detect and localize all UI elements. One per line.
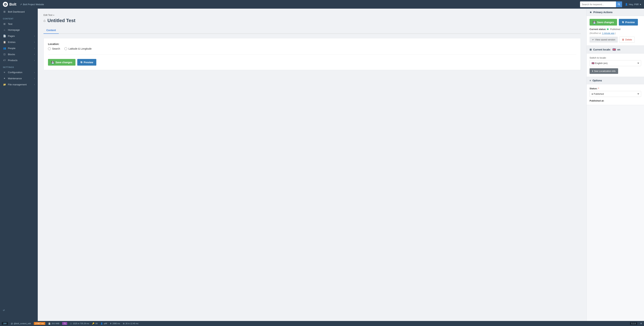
preview-icon: ⧉ — [80, 61, 82, 64]
primary-actions-body: 💾 Save changes ⧉ Preview Current status: — [587, 16, 644, 46]
radio-search-input[interactable] — [48, 47, 51, 50]
options-status-label: Status: * — [590, 87, 641, 90]
entries-icon: 📋 — [3, 40, 6, 44]
sidebar-item-entries-label: Entries — [8, 41, 16, 44]
file-management-chevron-icon: › — [34, 84, 35, 86]
delete-label: Delete — [625, 38, 632, 41]
logo[interactable]: B Bolt — [3, 2, 16, 7]
view-saved-label: View saved version — [595, 38, 615, 41]
trash-icon: 🗑 — [622, 38, 624, 41]
user-menu[interactable]: 👤 Hey, Pfiff! ▾ — [625, 3, 641, 6]
search-button[interactable] — [616, 2, 622, 7]
configuration-icon: ≡ — [3, 71, 6, 74]
panel-preview-button[interactable]: ⧉ Preview — [619, 19, 638, 26]
sidebar-item-blocks[interactable]: ⊡ Blocks › — [0, 51, 38, 57]
size-value: 28.0 MiB — [52, 322, 59, 324]
view-saved-icon: ↩ — [592, 38, 594, 41]
save-changes-button[interactable]: 💾 Save changes — [48, 59, 76, 66]
info-icon: ℹ — [592, 70, 593, 72]
topnav: B Bolt ↗ Bolt Project Website 👤 Hey, Pfi… — [0, 0, 644, 9]
panel-save-button[interactable]: 💾 Save changes — [590, 19, 617, 26]
products-chevron-icon: › — [34, 59, 35, 62]
radio-latlong-input[interactable] — [64, 47, 67, 50]
file-management-icon: 📁 — [3, 83, 6, 86]
modified-time-link[interactable]: 1 minute ago — [602, 32, 614, 34]
page-center: Edit Test » ⌂ Untitled Test Content Loca… — [38, 9, 586, 321]
statusbar-download: ⬇ 2080 ms — [110, 322, 120, 325]
status-select[interactable]: ● Published Draft Held — [590, 91, 641, 97]
homepage-icon: ⌂ — [3, 28, 6, 31]
save-label: Save changes — [56, 61, 72, 64]
site-link-text: Bolt Project Website — [23, 3, 44, 6]
modified-label: Modified at: — [590, 32, 602, 34]
close-button[interactable]: ✕ — [640, 322, 642, 325]
grid-value: 26 in 12.45 ms — [126, 322, 138, 324]
people-icon: 👥 — [3, 47, 6, 50]
page-title-icon: ⌂ — [44, 18, 46, 23]
statusbar-tokens: 🔑 58 — [92, 322, 98, 325]
user-icon: 👤 — [625, 3, 628, 6]
user-icon: 👤 — [100, 322, 103, 325]
view-saved-button[interactable]: ↩ View saved version — [590, 37, 618, 42]
preview-button[interactable]: ⧉ Preview — [77, 59, 96, 66]
sidebar-item-test[interactable]: ⊞ Test — [0, 21, 38, 27]
version-badge: 5.1.6 — [630, 322, 637, 325]
options-icon: ≡ — [590, 79, 591, 82]
sidebar-item-maintenance-label: Maintenance — [8, 77, 22, 80]
sidebar-item-file-management[interactable]: 📁 File management › — [0, 82, 38, 88]
sidebar-item-pages[interactable]: 📄 Pages › — [0, 33, 38, 39]
radio-latlong[interactable]: Latitude & Longitude — [64, 47, 92, 50]
site-link[interactable]: ↗ Bolt Project Website — [20, 3, 44, 6]
bolt-count: 71 — [62, 322, 67, 325]
localization-info-button[interactable]: ℹ See Localization info — [590, 68, 618, 74]
sidebar-item-maintenance[interactable]: ✦ Maintenance › — [0, 75, 38, 82]
sidebar-section-content: CONTENT — [0, 15, 38, 21]
sidebar-item-people[interactable]: 👥 People › — [0, 45, 38, 51]
panel-secondary-buttons: ↩ View saved version 🗑 Delete — [590, 37, 641, 42]
sidebar-item-configuration[interactable]: ≡ Configuration › — [0, 69, 38, 75]
pages-chevron-icon: › — [34, 35, 35, 37]
radio-search-label: Search — [52, 47, 60, 50]
sidebar-item-people-label: People — [8, 47, 16, 50]
statusbar-queries: ⬡ 1525 in 735.28 ms — [70, 322, 89, 325]
statusbar-size: 💾 28.0 MiB — [48, 322, 59, 325]
statusbar: 200 @ @bolt_content_edit 27067 ms 💾 28.0… — [0, 321, 644, 326]
blocks-chevron-icon: › — [34, 53, 35, 55]
sidebar-section-settings: SETTINGS — [0, 63, 38, 69]
options-select-wrapper: ● Published Draft Held — [590, 91, 641, 97]
panel-save-icon: 💾 — [593, 21, 596, 24]
sidebar-item-dashboard[interactable]: ⊞ Bolt Dashboard — [0, 9, 38, 15]
panel-preview-icon: ⧉ — [622, 21, 624, 24]
status-code: 200 — [2, 322, 8, 325]
logo-icon: B — [3, 2, 8, 7]
user-chevron-icon: ▾ — [640, 3, 641, 6]
download-icon: ⬇ — [110, 322, 112, 325]
right-panel: ★ Primary Actions 💾 Save changes ⧉ Previ… — [586, 9, 644, 321]
radio-search[interactable]: Search — [48, 47, 60, 50]
current-status-row: Current status: Published — [590, 28, 641, 30]
search-input[interactable] — [580, 3, 616, 6]
panel-save-label: Save changes — [597, 21, 614, 24]
primary-actions-title: Primary Actions — [593, 11, 612, 14]
options-section: ≡ Options Status: * ● Published Draft — [587, 77, 644, 105]
form-card: Location: Search Latitude & Longitude — [44, 38, 581, 70]
locale-icon: ⊞ — [590, 48, 592, 51]
options-title: Options — [592, 79, 602, 82]
locale-title: Current locale: — [593, 48, 611, 51]
pages-icon: 📄 — [3, 34, 6, 38]
delete-button[interactable]: 🗑 Delete — [619, 37, 635, 42]
sidebar-item-homepage[interactable]: ⌂ Homepage — [0, 27, 38, 33]
tabs: Content — [44, 27, 581, 34]
route-name: @bolt_content_edit — [14, 322, 31, 324]
status-value: Published — [610, 28, 620, 30]
locale-select[interactable]: 🇬🇧 English (en) — [590, 60, 641, 66]
breadcrumb: Edit Test » — [44, 14, 581, 16]
sidebar-item-products[interactable]: 🏷 Products › — [0, 57, 38, 63]
sidebar-toggle[interactable]: ⇄ — [0, 307, 38, 314]
locale-body: Switch to locale: 🇬🇧 English (en) ℹ See … — [587, 54, 644, 77]
sidebar-item-entries[interactable]: 📋 Entries › — [0, 39, 38, 45]
tab-content[interactable]: Content — [44, 27, 59, 34]
tokens-value: 58 — [96, 322, 98, 324]
options-body: Status: * ● Published Draft Held Publish… — [587, 84, 644, 105]
options-header: ≡ Options — [587, 77, 644, 84]
